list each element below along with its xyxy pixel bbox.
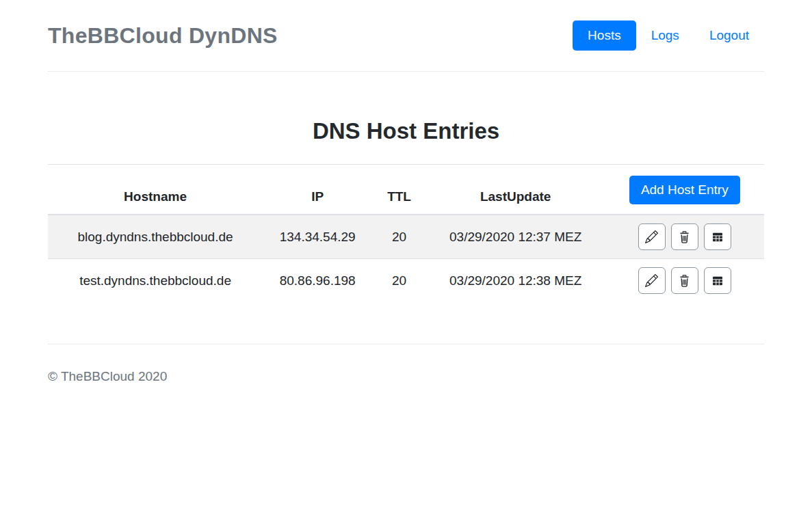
copyright-text: © TheBBCloud 2020 [48, 369, 167, 383]
nav-link-logs[interactable]: Logs [636, 21, 694, 51]
ttl-cell: 20 [372, 259, 426, 303]
hostname-cell: blog.dyndns.thebbcloud.de [48, 215, 263, 259]
pencil-icon [645, 230, 658, 243]
column-header-ttl: TTL [372, 165, 426, 215]
table-grid-icon [711, 231, 724, 243]
page-title: DNS Host Entries [48, 118, 764, 144]
page-container: TheBBCloud DynDNS Hosts Logs Logout DNS … [48, 0, 764, 425]
nav-tab-hosts[interactable]: Hosts [573, 21, 636, 51]
delete-button[interactable] [671, 223, 698, 250]
pencil-icon [645, 274, 658, 287]
column-header-hostname: Hostname [48, 165, 263, 215]
nav-link-logout[interactable]: Logout [694, 21, 764, 51]
row-action-group [614, 223, 756, 250]
page-footer: © TheBBCloud 2020 [48, 344, 764, 425]
edit-button[interactable] [638, 223, 666, 250]
table-row: test.dyndns.thebbcloud.de 80.86.96.198 2… [48, 259, 764, 303]
table-header: Hostname IP TTL LastUpdate Add Host Entr… [48, 165, 764, 215]
hostname-cell: test.dyndns.thebbcloud.de [48, 259, 263, 303]
table-button[interactable] [704, 267, 731, 294]
trash-icon [678, 230, 691, 243]
lastupdate-cell: 03/29/2020 12:37 MEZ [426, 215, 605, 259]
row-action-group [614, 267, 756, 294]
table-row: blog.dyndns.thebbcloud.de 134.34.54.29 2… [48, 215, 764, 259]
ip-cell: 80.86.96.198 [263, 259, 372, 303]
main-nav: Hosts Logs Logout [573, 21, 764, 51]
page-header: TheBBCloud DynDNS Hosts Logs Logout [48, 0, 764, 72]
table-body: blog.dyndns.thebbcloud.de 134.34.54.29 2… [48, 215, 764, 302]
ip-cell: 134.34.54.29 [263, 215, 372, 259]
column-header-lastupdate: LastUpdate [426, 165, 605, 215]
lastupdate-cell: 03/29/2020 12:38 MEZ [426, 259, 605, 303]
column-header-ip: IP [263, 165, 372, 215]
add-host-entry-button[interactable]: Add Host Entry [629, 176, 740, 204]
table-button[interactable] [704, 223, 731, 250]
actions-cell [605, 259, 764, 303]
table-header-row: Hostname IP TTL LastUpdate Add Host Entr… [48, 165, 764, 215]
main-content: DNS Host Entries Hostname IP TTL LastUpd… [48, 118, 764, 302]
brand-title: TheBBCloud DynDNS [48, 23, 278, 49]
edit-button[interactable] [638, 267, 666, 294]
dns-host-table: Hostname IP TTL LastUpdate Add Host Entr… [48, 164, 764, 302]
ttl-cell: 20 [372, 215, 426, 259]
table-grid-icon [711, 275, 724, 287]
column-header-actions: Add Host Entry [605, 165, 764, 215]
delete-button[interactable] [671, 267, 698, 294]
trash-icon [678, 274, 691, 287]
actions-cell [605, 215, 764, 259]
